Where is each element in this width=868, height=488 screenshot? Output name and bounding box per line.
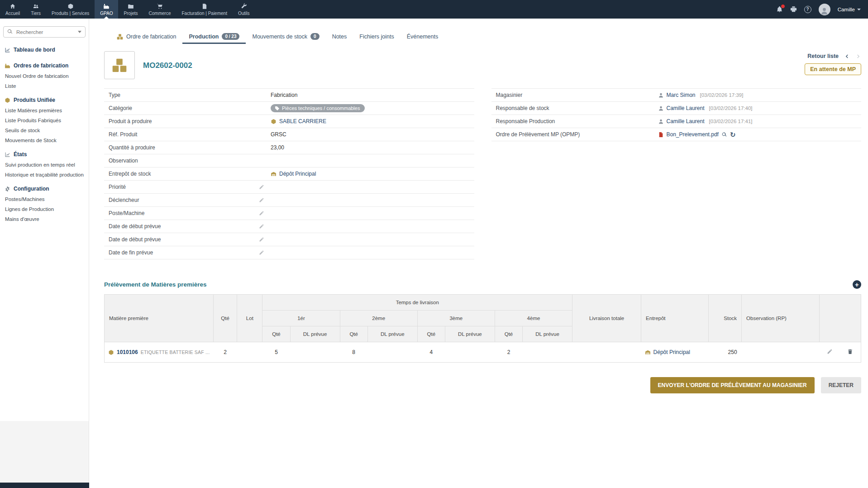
- search-icon: [7, 29, 13, 35]
- col-sub-dl: DL prévue: [445, 326, 495, 342]
- topbar-right: ? Camille: [776, 0, 868, 19]
- edit-pencil-icon[interactable]: [259, 237, 264, 242]
- warehouse-link[interactable]: Dépôt Principal: [653, 349, 690, 355]
- user-name: Camille: [838, 7, 855, 12]
- menu-outils[interactable]: Outils: [233, 0, 255, 19]
- tab-notes[interactable]: Notes: [326, 29, 353, 44]
- search-caret-icon[interactable]: [78, 31, 81, 33]
- mo-card: MO2602-0002 Retour liste En attente de M…: [104, 51, 861, 393]
- user-menu[interactable]: Camille: [838, 7, 861, 12]
- trash-icon[interactable]: [847, 349, 853, 354]
- material-name: ETIQUETTE BATTERIE SAF ...: [141, 349, 210, 355]
- sidebar-section-configuration[interactable]: Configuration: [0, 180, 89, 194]
- status-badge: En attente de MP: [805, 63, 861, 75]
- top-navbar: Accueil Tiers Produits | Services GPAO P…: [0, 0, 868, 19]
- table-row: 1010106 ETIQUETTE BATTERIE SAF ... 2 5 8…: [105, 342, 861, 363]
- materials-section-header: Prélèvement de Matières premières +: [104, 280, 861, 289]
- menu-label: Facturation | Paiement: [181, 11, 227, 16]
- edit-pencil-icon[interactable]: [259, 224, 264, 229]
- notifications-bell-icon[interactable]: [776, 6, 783, 13]
- sidebar-item-liste-produits-fabriques[interactable]: Liste Produits Fabriqués: [0, 115, 89, 125]
- sidebar-item-suivi-production-temps-reel[interactable]: Suivi production en temps réel: [0, 160, 89, 170]
- back-to-list-link[interactable]: Retour liste: [807, 53, 839, 59]
- tab-evenements[interactable]: Événements: [401, 29, 444, 44]
- warehouse-link[interactable]: Dépôt Principal: [279, 171, 316, 177]
- regenerate-icon[interactable]: ↻: [730, 131, 736, 138]
- col-sub-qte: Qté: [262, 326, 290, 342]
- person-icon: [658, 119, 664, 124]
- sidebar-section-etats[interactable]: États: [0, 145, 89, 160]
- user-avatar[interactable]: [819, 4, 830, 15]
- product-link[interactable]: SABLE CARRIERE: [279, 118, 326, 124]
- material-ref-link[interactable]: 1010106: [117, 349, 138, 355]
- sidebar-item-postes-machines[interactable]: Postes/Machines: [0, 194, 89, 204]
- field-magasinier: Magasinier Marc Simon [03/02/2026 17:39]: [491, 89, 862, 102]
- col-sub-dl: DL prévue: [290, 326, 340, 342]
- gear-icon: [5, 186, 10, 192]
- actions-bar: ENVOYER L'ORDRE DE PRÉLÈVEMENT AU MAGASI…: [104, 377, 861, 393]
- prev-record-arrow[interactable]: [844, 53, 850, 59]
- tab-ordre-de-fabrication[interactable]: Ordre de fabrication: [110, 29, 182, 44]
- col-sub-qte: Qté: [417, 326, 445, 342]
- tab-mouvements-de-stock[interactable]: Mouvements de stock 0: [246, 29, 325, 44]
- home-icon: [10, 3, 16, 10]
- field-ref-produit: Réf. Produit GRSC: [104, 128, 474, 141]
- category-badge[interactable]: Pièces techniques / consommables: [271, 104, 365, 112]
- field-responsable-production: Responsable Production Camille Laurent […: [491, 115, 862, 128]
- resp-prod-link[interactable]: Camille Laurent: [667, 118, 705, 124]
- col-1er: 1ér: [262, 311, 340, 326]
- field-date-debut-prevue-1: Date de début prévue: [104, 220, 474, 233]
- field-observation: Observation: [104, 154, 474, 167]
- next-record-arrow[interactable]: [855, 53, 861, 59]
- chevron-down-icon: [857, 9, 861, 10]
- stock-moves-count-badge: 0: [310, 33, 320, 40]
- edit-pencil-icon[interactable]: [827, 349, 833, 354]
- menu-commerce[interactable]: Commerce: [143, 0, 176, 19]
- sidebar-item-historique-tracabilite[interactable]: Historique et traçabilité production: [0, 170, 89, 180]
- sidebar-item-liste-matieres-premieres[interactable]: Liste Matières premières: [0, 105, 89, 115]
- resp-prod-timestamp: [03/02/2026 17:41]: [709, 119, 753, 124]
- magasinier-link[interactable]: Marc Simon: [667, 92, 696, 98]
- sidebar-item-tableau-de-bord[interactable]: Tableau de bord: [0, 43, 89, 57]
- q2-cell: 8: [340, 342, 367, 363]
- edit-pencil-icon[interactable]: [259, 250, 264, 255]
- edit-pencil-icon[interactable]: [259, 197, 264, 203]
- send-opmp-button[interactable]: ENVOYER L'ORDRE DE PRÉLÈVEMENT AU MAGASI…: [650, 377, 815, 393]
- sidebar-item-nouvel-ordre-de-fabrication[interactable]: Nouvel Ordre de fabrication: [0, 71, 89, 81]
- magasinier-timestamp: [03/02/2026 17:39]: [700, 92, 744, 98]
- sidebar-item-seuils-de-stock[interactable]: Seuils de stock: [0, 125, 89, 135]
- sidebar-section-produits-unifiee[interactable]: Produits Unifiée: [0, 91, 89, 105]
- sidebar-item-mouvements-de-stock[interactable]: Mouvements de Stock: [0, 135, 89, 145]
- menu-accueil[interactable]: Accueil: [0, 0, 25, 19]
- card-header: MO2602-0002 Retour liste En attente de M…: [104, 51, 861, 79]
- product-icon: [108, 349, 114, 355]
- details-right: Magasinier Marc Simon [03/02/2026 17:39]…: [491, 88, 862, 259]
- col-sub-dl: DL prévue: [367, 326, 417, 342]
- menu-label: Tiers: [31, 11, 41, 16]
- cart-icon: [157, 3, 163, 10]
- opmp-pdf-link[interactable]: Bon_Prelevement.pdf: [667, 131, 719, 138]
- menu-tiers[interactable]: Tiers: [25, 0, 46, 19]
- menu-produits-services[interactable]: Produits | Services: [46, 0, 95, 19]
- dl2-cell: [367, 342, 417, 363]
- add-material-button[interactable]: +: [853, 280, 861, 289]
- edit-pencil-icon[interactable]: [259, 211, 264, 216]
- field-categorie: Catégorie Pièces techniques / consommabl…: [104, 102, 474, 115]
- resp-stock-link[interactable]: Camille Laurent: [667, 105, 705, 111]
- tab-fichiers-joints[interactable]: Fichiers joints: [353, 29, 400, 44]
- help-icon[interactable]: ?: [804, 6, 811, 13]
- sidebar-item-liste[interactable]: Liste: [0, 81, 89, 91]
- menu-projets[interactable]: Projets: [118, 0, 143, 19]
- reject-button[interactable]: REJETER: [821, 377, 861, 393]
- sidebar-section-ordres-de-fabrication[interactable]: Ordres de fabrication: [0, 57, 89, 71]
- menu-facturation-paiement[interactable]: Facturation | Paiement: [176, 0, 232, 19]
- tab-production[interactable]: Production 0 / 23: [182, 29, 246, 44]
- menu-gpao[interactable]: GPAO: [95, 0, 118, 19]
- edit-pencil-icon[interactable]: [259, 184, 264, 190]
- field-entrepot-de-stock: Entrepôt de stock Dépôt Principal: [104, 167, 474, 181]
- preview-magnifier-icon[interactable]: [721, 132, 727, 138]
- sidebar-item-mains-doeuvre[interactable]: Mains d'œuvre: [0, 214, 89, 224]
- print-icon[interactable]: [790, 6, 797, 13]
- search-input[interactable]: [3, 26, 86, 38]
- sidebar-item-lignes-de-production[interactable]: Lignes de Production: [0, 204, 89, 214]
